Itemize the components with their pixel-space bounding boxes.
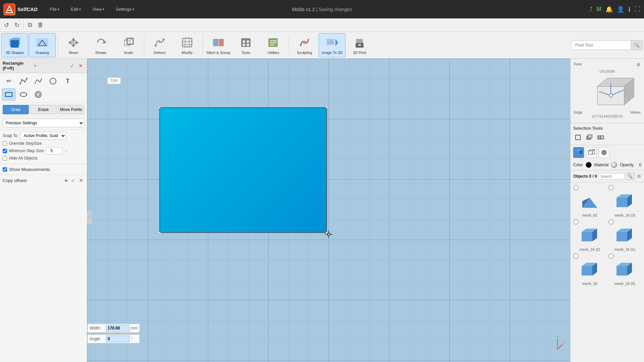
view-solid[interactable]: [573, 147, 584, 158]
mesh-16-2-radio[interactable]: [573, 219, 579, 225]
menu-view[interactable]: View ▾: [90, 5, 107, 13]
svg-point-33: [247, 40, 249, 43]
show-measurements-checkbox[interactable]: [3, 167, 7, 172]
svg-marker-10: [71, 38, 75, 41]
mesh-16-1-radio[interactable]: [608, 219, 614, 225]
draw-tool-ellipse[interactable]: [17, 88, 30, 101]
view-solid-wireframe[interactable]: [599, 147, 609, 158]
draw-tool-rectangle[interactable]: [2, 88, 15, 101]
sel-group-icon[interactable]: [596, 133, 605, 142]
mesh-item-62[interactable]: mesh_62: [573, 185, 606, 217]
color-swatch[interactable]: [586, 162, 592, 168]
svg-marker-91: [592, 149, 595, 154]
tool-scale[interactable]: Scale: [115, 33, 142, 57]
svg-line-70: [557, 344, 562, 349]
tool-rotate[interactable]: Rotate: [88, 33, 114, 57]
tool-tools[interactable]: Tools: [232, 33, 259, 57]
mesh-item-16-2[interactable]: mesh_16 (2): [573, 219, 606, 251]
selection-tools: Selection Tools: [571, 123, 644, 145]
override-stepsize-checkbox[interactable]: [3, 141, 7, 146]
erase-button[interactable]: Erase: [30, 105, 56, 114]
undo-button[interactable]: ↺: [3, 20, 10, 30]
copy-button[interactable]: ⧉: [26, 20, 34, 30]
panel-close-button[interactable]: ✕: [77, 62, 84, 70]
svg-point-52: [50, 78, 56, 84]
separator: [23, 21, 24, 29]
bell-icon[interactable]: 🔔: [605, 6, 613, 13]
user-icon[interactable]: 👤: [617, 6, 624, 13]
show-measurements-row: Show Measurements: [0, 164, 87, 175]
mesh-item-16-1[interactable]: mesh_16 (1): [608, 219, 642, 251]
draw-tool-pen[interactable]: ✏: [2, 75, 15, 87]
tool-move[interactable]: Move: [60, 33, 87, 57]
min-step-input[interactable]: [46, 147, 62, 155]
draw-tool-circle[interactable]: [46, 75, 60, 87]
draw-tool-polyline[interactable]: [17, 75, 30, 87]
tool-image-to-3d[interactable]: Image To 3D: [319, 33, 345, 57]
tool-utilities[interactable]: Utilities: [260, 33, 287, 57]
delete-button[interactable]: 🗑: [36, 20, 45, 30]
view-wireframe[interactable]: [586, 147, 597, 158]
menu-settings[interactable]: Settings ▾: [113, 5, 137, 13]
draw-button[interactable]: Draw: [3, 105, 29, 114]
svg-point-21: [159, 41, 161, 43]
mesh-16-4-radio[interactable]: [573, 253, 579, 259]
tool-sculpting[interactable]: Sculpting: [291, 33, 318, 57]
rectangle-shape: [159, 107, 327, 233]
objects-search-input[interactable]: [598, 173, 625, 180]
width-input[interactable]: [106, 325, 129, 331]
tool-3d-shapes[interactable]: 3D Shapes: [1, 33, 28, 57]
mesh-16-5-radio[interactable]: [608, 253, 614, 259]
redo-button[interactable]: ↻: [13, 20, 21, 30]
tool-deform[interactable]: Deform: [146, 33, 173, 57]
canvas-area[interactable]: TOP Width: mm Angle: °: [87, 59, 570, 362]
mesh-item-16-3[interactable]: mesh_16 (3): [608, 185, 642, 217]
view-cube[interactable]: [587, 75, 628, 108]
find-tool-button[interactable]: 🔍: [631, 40, 643, 50]
mesh-62-radio[interactable]: [573, 185, 579, 190]
right-panel-collapse[interactable]: ›: [87, 210, 92, 224]
mesh-item-16-5[interactable]: mesh_16 (5): [608, 253, 642, 286]
min-step-size-checkbox[interactable]: [3, 149, 7, 153]
fullscreen-icon[interactable]: ⛶: [635, 6, 641, 13]
tool-stitch-scoop[interactable]: Stitch & Scoop: [205, 33, 232, 57]
panel-confirm-button[interactable]: ✓: [69, 62, 76, 70]
dimension-inputs: Width: mm Angle: °: [87, 323, 140, 344]
precision-select[interactable]: Precison Settings: [3, 119, 84, 127]
m-icon[interactable]: M: [596, 6, 601, 13]
tool-3d-print[interactable]: 3D Print: [346, 33, 373, 57]
snap-select[interactable]: Active Profile, Guid: [20, 132, 66, 140]
hide-all-objects-checkbox[interactable]: [3, 156, 7, 161]
right-panel-gear[interactable]: ⚙: [636, 62, 641, 67]
panel-dropdown-icon[interactable]: ▾: [34, 63, 36, 68]
move-points-button[interactable]: Move Points: [58, 105, 84, 114]
svg-point-40: [303, 41, 306, 44]
copy-offsets-expand[interactable]: ▶: [65, 178, 68, 183]
copy-offsets-close[interactable]: ✕: [77, 177, 84, 184]
svg-rect-85: [601, 136, 604, 139]
objects-settings-button[interactable]: ⚙: [637, 174, 641, 179]
material-swatch[interactable]: [611, 162, 617, 168]
tool-modify[interactable]: Modify: [174, 33, 201, 57]
3d-shapes-icon: [8, 36, 21, 49]
share-icon[interactable]: ⤴: [589, 6, 592, 13]
mesh-16-3-radio[interactable]: [608, 185, 614, 190]
angle-input[interactable]: [106, 336, 129, 342]
menu-edit[interactable]: Edit ▾: [68, 5, 84, 13]
sel-face-icon[interactable]: [573, 133, 583, 142]
modify-icon: [180, 36, 194, 49]
draw-tool-curve[interactable]: [32, 75, 45, 87]
mesh-item-16-4[interactable]: mesh_16: [573, 253, 606, 286]
copy-offsets-confirm[interactable]: ✓: [69, 177, 76, 184]
draw-tool-ring[interactable]: [32, 88, 45, 101]
draw-tool-text[interactable]: T: [61, 75, 74, 87]
sel-object-icon[interactable]: [585, 133, 594, 142]
snap-to-label: Snap To: [3, 133, 17, 138]
find-tool-input[interactable]: [571, 40, 631, 50]
tool-drawing[interactable]: Drawing: [29, 33, 56, 57]
svg-point-54: [20, 93, 27, 97]
menu-file[interactable]: File ▾: [47, 5, 62, 13]
logo[interactable]: SelfCAD: [3, 3, 38, 15]
info-icon[interactable]: ℹ: [628, 6, 631, 13]
objects-search-button[interactable]: 🔍: [626, 172, 635, 180]
